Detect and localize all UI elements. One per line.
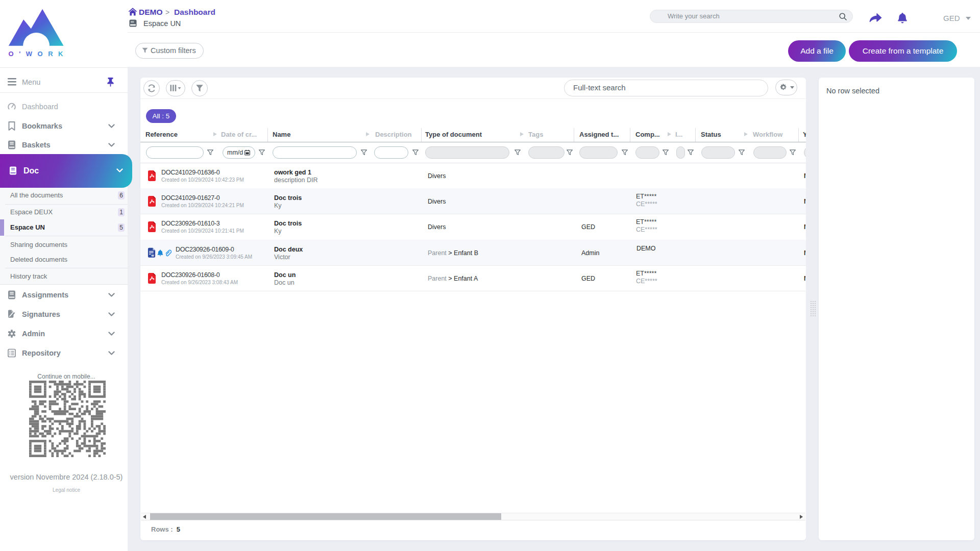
svg-text:O'WORK: O'WORK (9, 50, 64, 58)
svg-text:w: w (151, 254, 155, 257)
